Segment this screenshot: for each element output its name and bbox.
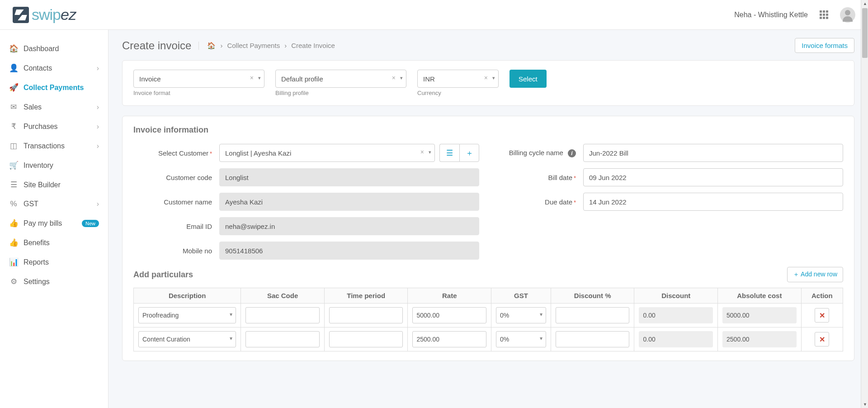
logo-text: swipez: [32, 6, 76, 24]
sidebar-item-label: Reports: [24, 258, 49, 266]
sidebar-item-sales[interactable]: ✉ Sales›: [0, 97, 108, 117]
sac-input[interactable]: [245, 307, 320, 323]
home-icon[interactable]: 🏠: [207, 42, 216, 50]
sidebar-icon: 🛒: [9, 161, 18, 170]
scrollbar[interactable]: ▲ ▼: [861, 0, 868, 408]
user-avatar[interactable]: [840, 7, 855, 23]
sidebar-item-contacts[interactable]: 👤 Contacts›: [0, 58, 108, 78]
sidebar-item-label: Inventory: [24, 161, 53, 170]
logo[interactable]: swipez: [13, 6, 76, 24]
add-customer-icon[interactable]: ＋: [459, 144, 479, 162]
sidebar-item-label: Purchases: [24, 123, 58, 131]
sidebar-item-benefits[interactable]: 👍 Benefits: [0, 233, 108, 252]
breadcrumb-create-invoice: Create Invoice: [291, 42, 335, 49]
invoice-formats-button[interactable]: Invoice formats: [795, 38, 854, 53]
page-title: Create invoice: [122, 39, 191, 52]
billing-cycle-input[interactable]: [583, 144, 843, 162]
customer-list-icon[interactable]: ☰: [439, 144, 459, 162]
sidebar-icon: 📊: [9, 257, 18, 267]
particulars-table: Description Sac Code Time period Rate GS…: [133, 288, 843, 351]
sidebar-item-label: Dashboard: [24, 45, 59, 53]
time-input[interactable]: [329, 331, 403, 347]
sidebar-item-label: Sales: [24, 103, 42, 111]
billing-cycle-label: Billing cycle name i: [497, 149, 583, 157]
select-customer-input[interactable]: Longlist | Ayesha Kazi × ▾: [219, 144, 435, 162]
rate-input[interactable]: [412, 307, 486, 323]
billing-profile-label: Billing profile: [275, 90, 406, 96]
sidebar-item-purchases[interactable]: ₹ Purchases›: [0, 117, 108, 136]
discount-pct-input[interactable]: [556, 307, 630, 323]
delete-row-button[interactable]: ✕: [815, 308, 829, 323]
rate-input[interactable]: [412, 331, 486, 347]
breadcrumb: 🏠 › Collect Payments › Create Invoice: [198, 42, 335, 50]
sidebar-item-site-builder[interactable]: ☰ Site Builder: [0, 175, 108, 195]
user-label[interactable]: Neha - Whistling Kettle: [734, 11, 808, 19]
delete-row-button[interactable]: ✕: [815, 332, 829, 346]
table-row: Proofreading 0% ✕: [134, 304, 843, 327]
logo-mark: [13, 7, 29, 23]
sidebar-item-collect-payments[interactable]: 🚀 Collect Payments: [0, 78, 108, 97]
sidebar-item-settings[interactable]: ⚙ Settings: [0, 272, 108, 291]
billing-profile-select[interactable]: Default profile × ▾: [275, 70, 406, 88]
mobile-input: [219, 242, 479, 260]
time-input[interactable]: [329, 307, 403, 323]
clear-icon[interactable]: ×: [484, 74, 488, 81]
clear-icon[interactable]: ×: [392, 74, 396, 81]
add-new-row-button[interactable]: ＋ Add new row: [787, 267, 843, 282]
sidebar-item-pay-my-bills[interactable]: 👍 Pay my billsNew: [0, 213, 108, 233]
app-switcher-icon[interactable]: [820, 10, 828, 19]
table-row: Content Curation 0% ✕: [134, 327, 843, 351]
currency-label: Currency: [417, 90, 499, 96]
sidebar-item-label: Transactions: [24, 142, 65, 150]
sidebar-item-dashboard[interactable]: 🏠 Dashboard: [0, 39, 108, 58]
col-discount: Discount: [634, 288, 718, 304]
scroll-down-icon[interactable]: ▼: [863, 402, 867, 407]
sidebar-icon: ₹: [9, 122, 18, 131]
bill-date-input[interactable]: [583, 168, 843, 186]
invoice-format-select[interactable]: Invoice × ▾: [133, 70, 264, 88]
due-date-label: Due date: [497, 198, 583, 206]
sidebar-icon: 🏠: [9, 44, 18, 53]
chevron-down-icon: ▾: [492, 75, 495, 81]
sidebar-item-label: Contacts: [24, 64, 52, 72]
chevron-right-icon: ›: [284, 42, 287, 49]
currency-select[interactable]: INR × ▾: [417, 70, 499, 88]
sidebar-icon: 👍: [9, 238, 18, 247]
sidebar-item-inventory[interactable]: 🛒 Inventory: [0, 156, 108, 175]
info-icon[interactable]: i: [568, 149, 576, 157]
gst-select[interactable]: 0%: [496, 307, 546, 323]
sac-input[interactable]: [245, 331, 320, 347]
gst-select[interactable]: 0%: [496, 331, 546, 347]
sidebar-icon: ☰: [9, 180, 18, 190]
due-date-input[interactable]: [583, 193, 843, 211]
sidebar-item-reports[interactable]: 📊 Reports: [0, 252, 108, 272]
sidebar-icon: %: [9, 199, 18, 209]
sidebar-item-label: GST: [24, 200, 38, 208]
discount-input: [639, 307, 713, 323]
discount-pct-input[interactable]: [556, 331, 630, 347]
sidebar-item-gst[interactable]: % GST›: [0, 195, 108, 213]
mobile-label: Mobile no: [133, 247, 219, 255]
select-customer-label: Select Customer: [133, 149, 219, 157]
breadcrumb-collect-payments[interactable]: Collect Payments: [227, 42, 280, 49]
select-button[interactable]: Select: [509, 70, 547, 88]
description-select[interactable]: Proofreading: [138, 307, 236, 323]
scrollbar-thumb[interactable]: [862, 8, 868, 58]
sidebar-icon: 👍: [9, 218, 18, 228]
sidebar-icon: 👤: [9, 63, 18, 73]
particulars-title: Add particulars: [133, 270, 193, 280]
clear-icon[interactable]: ×: [420, 148, 424, 156]
chevron-right-icon: ›: [97, 123, 99, 131]
sidebar-item-label: Pay my bills: [24, 219, 62, 228]
sidebar: 🏠 Dashboard👤 Contacts›🚀 Collect Payments…: [0, 30, 108, 408]
clear-icon[interactable]: ×: [250, 74, 254, 81]
sidebar-item-transactions[interactable]: ◫ Transactions›: [0, 136, 108, 156]
absolute-cost-input: [722, 331, 797, 347]
email-label: Email ID: [133, 223, 219, 230]
scroll-up-icon[interactable]: ▲: [863, 1, 867, 6]
sidebar-icon: 🚀: [9, 83, 18, 92]
sidebar-icon: ✉: [9, 102, 18, 112]
sidebar-item-label: Collect Payments: [24, 84, 84, 92]
invoice-format-label: Invoice format: [133, 90, 264, 96]
description-select[interactable]: Content Curation: [138, 331, 236, 347]
